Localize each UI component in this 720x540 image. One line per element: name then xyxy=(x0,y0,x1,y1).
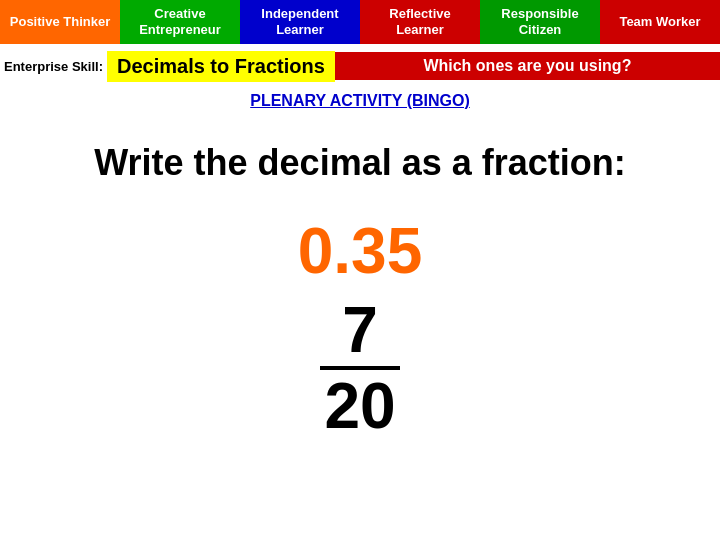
top-bar-item-creative-entrepreneur: Creative Entrepreneur xyxy=(120,0,240,44)
top-bar: Positive Thinker Creative Entrepreneur I… xyxy=(0,0,720,44)
decimal-value: 0.35 xyxy=(298,214,423,288)
top-bar-item-reflective-learner: Reflective Learner xyxy=(360,0,480,44)
fraction-denominator: 20 xyxy=(324,374,395,438)
top-bar-item-responsible-citizen: Responsible Citizen xyxy=(480,0,600,44)
enterprise-skill-label: Enterprise Skill: xyxy=(0,57,107,76)
instruction-text: Write the decimal as a fraction: xyxy=(94,142,626,184)
which-ones-label: Which ones are you using? xyxy=(335,52,720,79)
main-content: Write the decimal as a fraction: 0.35 7 … xyxy=(0,112,720,438)
plenary-label: PLENARY ACTIVITY (BINGO) xyxy=(250,92,470,110)
top-bar-item-team-worker: Team Worker xyxy=(600,0,720,44)
top-bar-item-positive-thinker: Positive Thinker xyxy=(0,0,120,44)
fraction-container: 7 20 xyxy=(320,298,400,438)
second-row: Enterprise Skill: Decimals to Fractions … xyxy=(0,44,720,88)
plenary-row: PLENARY ACTIVITY (BINGO) xyxy=(0,88,720,112)
lesson-title: Decimals to Fractions xyxy=(107,51,335,82)
top-bar-item-independent-learner: Independent Learner xyxy=(240,0,360,44)
fraction-numerator: 7 xyxy=(342,298,378,362)
